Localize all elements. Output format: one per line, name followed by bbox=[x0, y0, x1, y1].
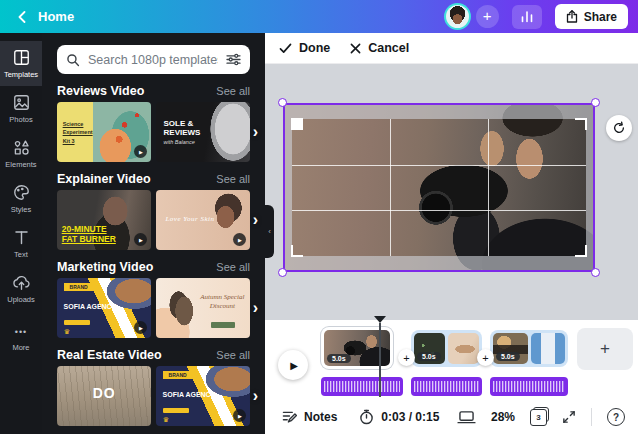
audio-waveform-segment[interactable] bbox=[321, 377, 403, 396]
grid-line bbox=[292, 165, 586, 166]
insights-button[interactable] bbox=[512, 5, 542, 29]
crop-dim-overlay bbox=[283, 119, 292, 256]
thumb-text: SOFIA AGENCY bbox=[64, 303, 117, 311]
rotate-icon bbox=[612, 121, 626, 135]
audio-waveform-segment[interactable] bbox=[411, 377, 482, 396]
clip-duration-badge: 5.0s bbox=[496, 352, 520, 361]
waveform-bars bbox=[493, 381, 565, 392]
audio-waveform-segment[interactable] bbox=[490, 377, 568, 396]
rotate-button[interactable] bbox=[606, 115, 632, 141]
present-device-icon[interactable] bbox=[457, 410, 476, 425]
filter-icon[interactable] bbox=[226, 53, 241, 66]
cancel-label: Cancel bbox=[368, 41, 409, 55]
sidebar-item-label: Templates bbox=[4, 70, 38, 79]
timeline-clip-3[interactable]: 5.0s bbox=[490, 330, 568, 367]
timeline-clip-1-selected[interactable]: 5.0s bbox=[321, 327, 393, 369]
crop-toolbar: Done Cancel bbox=[265, 33, 638, 64]
template-thumb-autumn-special[interactable]: Autumn SpecialDiscount bbox=[156, 278, 250, 338]
insert-clip-button[interactable]: + bbox=[398, 349, 415, 366]
search-input[interactable] bbox=[88, 53, 218, 67]
see-all-link[interactable]: See all bbox=[216, 261, 250, 273]
help-button[interactable]: ? bbox=[607, 408, 625, 426]
sidebar-item-uploads[interactable]: Uploads bbox=[0, 266, 42, 311]
template-thumb-do[interactable]: DO bbox=[57, 366, 151, 426]
insert-clip-button[interactable]: + bbox=[477, 349, 494, 366]
clip-thumbnail: 5.0s bbox=[414, 333, 445, 364]
section-title: Real Estate Video bbox=[57, 348, 162, 362]
template-thumb-fat-burner[interactable]: 20-MINUTE FAT BURNER ▶ bbox=[57, 190, 151, 250]
selection-handle[interactable] bbox=[278, 268, 287, 277]
crop-region[interactable] bbox=[292, 119, 586, 256]
clip-thumbnail: 5.0s bbox=[324, 330, 390, 366]
play-button[interactable]: ▶ bbox=[278, 350, 308, 380]
crop-corner-handle[interactable] bbox=[291, 118, 303, 130]
crop-corner-handle[interactable] bbox=[575, 245, 587, 257]
sidebar-item-text[interactable]: Text bbox=[0, 221, 42, 266]
search-box[interactable] bbox=[57, 45, 250, 74]
sidebar-item-more[interactable]: ••• More bbox=[0, 315, 42, 360]
see-all-link[interactable]: See all bbox=[216, 349, 250, 361]
section-header-real-estate: Real Estate Video See all bbox=[42, 348, 265, 362]
clip-thumbnail bbox=[531, 333, 566, 364]
pages-button[interactable]: 3 bbox=[530, 409, 547, 426]
back-chevron-icon bbox=[18, 11, 26, 23]
sidebar-item-label: Photos bbox=[9, 115, 32, 124]
add-member-button[interactable]: + bbox=[476, 5, 499, 28]
thumb-text: Autumn SpecialDiscount bbox=[200, 293, 244, 311]
time-indicator: 0:03 / 0:15 bbox=[359, 409, 439, 425]
thumb-text: SOFIA AGENCY bbox=[163, 391, 216, 399]
thumb-text: Love Your Skin bbox=[165, 215, 214, 223]
clip-duration-badge: 5.0s bbox=[327, 354, 351, 363]
crop-dim-overlay bbox=[586, 119, 595, 256]
carousel-next-icon[interactable]: › bbox=[253, 299, 258, 317]
share-icon bbox=[566, 10, 578, 23]
zoom-level[interactable]: 28% bbox=[491, 410, 515, 424]
clip-duration-badge: 5.0s bbox=[417, 352, 441, 361]
carousel-next-icon[interactable]: › bbox=[253, 211, 258, 229]
crop-corner-handle[interactable] bbox=[575, 118, 587, 130]
text-icon bbox=[12, 228, 31, 247]
sidebar-item-styles[interactable]: Styles bbox=[0, 176, 42, 221]
play-badge-icon: ▶ bbox=[134, 321, 147, 334]
sidebar: Templates Photos Elements Styles Text Up… bbox=[0, 33, 42, 434]
play-badge-icon: ▶ bbox=[233, 233, 246, 246]
timeline: ▶ 5.0s + 5.0s + 5.0s bbox=[265, 320, 638, 400]
sidebar-item-templates[interactable]: Templates bbox=[0, 41, 42, 86]
canvas-area: ‹ bbox=[265, 64, 638, 320]
selection-handle[interactable] bbox=[591, 98, 600, 107]
template-thumb-sole-reviews[interactable]: SOLE & REVIEWSwith Balance bbox=[156, 102, 250, 162]
selection-handle[interactable] bbox=[278, 98, 287, 107]
crop-target-image[interactable] bbox=[283, 103, 595, 272]
sidebar-item-elements[interactable]: Elements bbox=[0, 131, 42, 176]
template-thumb-sofia-agency[interactable]: BRAND SOFIA AGENCY ♛ ▶ bbox=[57, 278, 151, 338]
carousel-next-icon[interactable]: › bbox=[253, 387, 258, 405]
stopwatch-icon bbox=[359, 409, 374, 425]
grid-line bbox=[292, 210, 586, 211]
timeline-clip-2[interactable]: 5.0s bbox=[411, 330, 482, 367]
avatar[interactable] bbox=[446, 5, 469, 28]
grid-line bbox=[390, 119, 391, 256]
see-all-link[interactable]: See all bbox=[216, 85, 250, 97]
share-button[interactable]: Share bbox=[555, 4, 628, 29]
done-label: Done bbox=[299, 41, 330, 55]
carousel-next-icon[interactable]: › bbox=[253, 123, 258, 141]
template-thumb-love-your-skin[interactable]: Love Your Skin ▶ bbox=[156, 190, 250, 250]
photos-icon bbox=[12, 93, 31, 112]
selection-handle[interactable] bbox=[591, 268, 600, 277]
template-thumb-science[interactable]: Science Experiment Kit 3 ▶ bbox=[57, 102, 151, 162]
home-button[interactable]: Home bbox=[10, 5, 82, 28]
notes-button[interactable]: Notes bbox=[282, 410, 337, 424]
crop-corner-handle[interactable] bbox=[291, 245, 303, 257]
see-all-link[interactable]: See all bbox=[216, 173, 250, 185]
sidebar-item-photos[interactable]: Photos bbox=[0, 86, 42, 131]
styles-icon bbox=[12, 183, 31, 202]
template-thumb-sofia-agency-2[interactable]: BRAND SOFIA AGENCY ♛ ▶ bbox=[156, 366, 250, 426]
thumb-row-real-estate: DO BRAND SOFIA AGENCY ♛ ▶ › bbox=[42, 366, 265, 426]
cancel-button[interactable]: Cancel bbox=[350, 41, 409, 55]
fullscreen-icon[interactable] bbox=[562, 410, 576, 424]
thumb-text: DO bbox=[93, 385, 116, 401]
done-button[interactable]: Done bbox=[279, 41, 330, 55]
add-clip-button[interactable]: + bbox=[577, 328, 633, 370]
more-dots-icon: ••• bbox=[15, 324, 27, 340]
panel-collapse-button[interactable]: ‹ bbox=[265, 205, 274, 258]
